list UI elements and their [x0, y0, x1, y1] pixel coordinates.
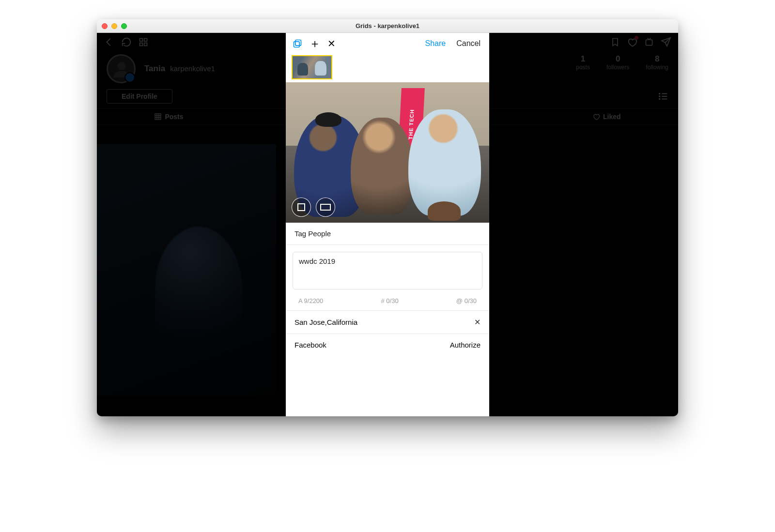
tag-people-row[interactable]: Tag People: [286, 223, 489, 245]
clear-location-button[interactable]: ✕: [474, 318, 480, 327]
titlebar: Grids - karpenkolive1: [97, 19, 678, 33]
media-preview[interactable]: [286, 82, 489, 223]
multi-post-icon[interactable]: [293, 39, 302, 48]
photo-person: [351, 118, 414, 214]
crop-square-button[interactable]: [292, 198, 311, 217]
share-button[interactable]: Share: [425, 39, 446, 48]
photo-person: [408, 109, 481, 216]
facebook-authorize-button[interactable]: Authorize: [450, 341, 480, 349]
char-counter: A 9/2200: [298, 297, 323, 304]
crop-landscape-button[interactable]: [316, 198, 335, 217]
media-thumbnail-selected[interactable]: [292, 55, 332, 79]
new-post-composer: ＋ ✕ Share Cancel: [286, 33, 489, 416]
add-media-button[interactable]: ＋: [309, 38, 321, 49]
composer-toolbar: ＋ ✕ Share Cancel: [286, 33, 489, 53]
caption-area: [286, 245, 489, 294]
window-title: Grids - karpenkolive1: [97, 22, 678, 30]
caption-input[interactable]: [293, 252, 482, 289]
mention-counter: @ 0/30: [456, 297, 477, 304]
caption-counters: A 9/2200 # 0/30 @ 0/30: [286, 294, 489, 310]
media-thumbnails: [286, 53, 489, 82]
remove-media-button[interactable]: ✕: [327, 39, 336, 48]
location-row[interactable]: San Jose,California ✕: [286, 310, 489, 334]
facebook-share-row[interactable]: Facebook Authorize: [286, 334, 489, 356]
svg-rect-19: [295, 40, 301, 46]
hashtag-counter: # 0/30: [381, 297, 399, 304]
app-content: Tania karpenkolive1 1 posts 0 followers …: [97, 33, 678, 416]
app-window: Grids - karpenkolive1: [97, 19, 678, 416]
facebook-label: Facebook: [294, 341, 326, 349]
svg-rect-20: [294, 42, 300, 47]
location-text: San Jose,California: [294, 318, 357, 326]
cancel-button[interactable]: Cancel: [456, 39, 480, 48]
